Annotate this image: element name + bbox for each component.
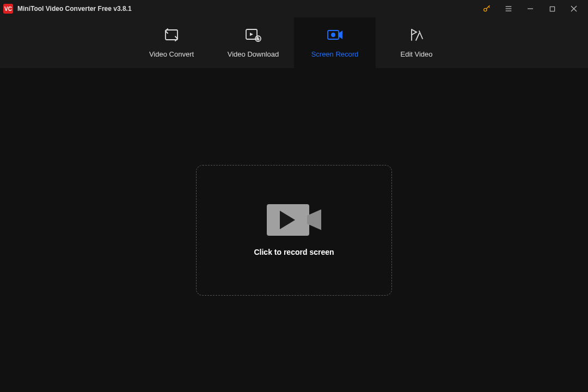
record-drop-label: Click to record screen	[254, 248, 334, 256]
app-title: MiniTool Video Converter Free v3.8.1	[17, 5, 132, 13]
tabbar: Video Convert Video Download Screen Reco…	[0, 17, 588, 68]
svg-marker-12	[250, 33, 253, 36]
tab-label: Video Convert	[149, 50, 194, 58]
menu-icon[interactable]	[498, 0, 519, 17]
tab-edit-video[interactable]: Edit Video	[376, 17, 457, 68]
tab-video-convert[interactable]: Video Convert	[131, 17, 212, 68]
download-icon	[244, 27, 262, 42]
svg-rect-10	[166, 30, 177, 40]
svg-rect-7	[550, 7, 554, 11]
record-drop-area[interactable]: Click to record screen	[196, 165, 392, 296]
main-content: Click to record screen	[0, 68, 588, 392]
tab-screen-record[interactable]: Screen Record	[294, 17, 376, 68]
svg-line-2	[488, 7, 489, 8]
tab-video-download[interactable]: Video Download	[212, 17, 294, 68]
close-button[interactable]	[563, 0, 585, 17]
titlebar: VC MiniTool Video Converter Free v3.8.1	[0, 0, 588, 17]
key-icon[interactable]	[476, 0, 498, 17]
record-icon	[326, 27, 344, 42]
maximize-button[interactable]	[541, 0, 563, 17]
camera-icon	[267, 204, 321, 236]
app-logo-icon: VC	[3, 4, 13, 14]
tab-label: Video Download	[228, 50, 279, 58]
svg-point-0	[484, 8, 487, 11]
tab-label: Edit Video	[400, 50, 432, 58]
tab-label: Screen Record	[311, 50, 359, 58]
edit-icon	[409, 27, 424, 42]
convert-icon	[163, 27, 180, 42]
minimize-button[interactable]	[519, 0, 541, 17]
svg-point-16	[332, 33, 335, 36]
